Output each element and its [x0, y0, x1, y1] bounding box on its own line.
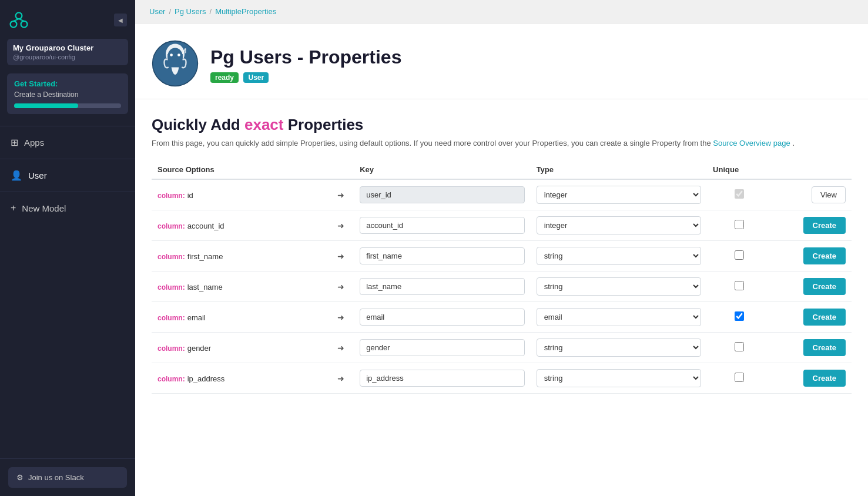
create-button[interactable]: Create [803, 247, 846, 264]
key-cell[interactable] [354, 363, 530, 394]
unique-cell[interactable] [707, 333, 771, 363]
table-header-row: Source Options Key Type Unique [152, 160, 852, 179]
type-cell[interactable]: integerstringemailfloatbooleandateurlpho… [531, 363, 707, 394]
unique-checkbox[interactable] [735, 220, 744, 229]
arrow-cell: ➜ [328, 363, 354, 394]
create-button[interactable]: Create [803, 278, 846, 295]
breadcrumb-pg-users[interactable]: Pg Users [175, 7, 206, 16]
col-label: column: [157, 375, 185, 383]
action-cell[interactable]: Create [771, 241, 852, 272]
arrow-icon: ➜ [337, 313, 344, 322]
page-header: Pg Users - Properties ready User [135, 24, 868, 99]
col-label: column: [157, 192, 185, 200]
type-cell[interactable]: integerstringemailfloatbooleandateurlpho… [531, 333, 707, 363]
create-button[interactable]: Create [803, 370, 846, 387]
action-cell[interactable]: Create [771, 210, 852, 241]
create-button[interactable]: Create [803, 339, 846, 356]
unique-checkbox[interactable] [735, 373, 744, 382]
svg-point-10 [177, 53, 180, 56]
col-label: column: [157, 314, 185, 322]
action-cell[interactable]: View [771, 179, 852, 210]
collapse-button[interactable]: ◀ [114, 14, 127, 26]
key-cell[interactable] [354, 302, 530, 333]
key-cell[interactable] [354, 210, 530, 241]
key-input[interactable] [360, 309, 524, 326]
key-input[interactable] [360, 217, 524, 234]
unique-cell[interactable] [707, 241, 771, 272]
key-cell[interactable] [354, 272, 530, 302]
type-select[interactable]: integerstringemailfloatbooleandateurlpho… [537, 369, 701, 387]
key-cell[interactable] [354, 333, 530, 363]
col-source-options: Source Options [152, 160, 328, 179]
col-label: column: [157, 344, 185, 353]
table-row: column:account_id➜integerstringemailfloa… [152, 210, 852, 241]
unique-cell[interactable] [707, 179, 771, 210]
type-select[interactable]: integerstringemailfloatbooleandateurlpho… [537, 277, 701, 296]
sidebar-item-apps[interactable]: ⊞ Apps [0, 130, 135, 155]
sidebar: ◀ My Grouparoo Cluster @grouparoo/ui-con… [0, 0, 135, 496]
unique-cell[interactable] [707, 210, 771, 241]
table-row: column:email➜integerstringemailfloatbool… [152, 302, 852, 333]
breadcrumb-user[interactable]: User [149, 7, 165, 16]
key-input[interactable] [360, 370, 524, 387]
sidebar-item-user[interactable]: 👤 User [0, 163, 135, 188]
type-cell[interactable]: integerstringemailfloatbooleandateurlpho… [531, 210, 707, 241]
key-input[interactable] [360, 186, 524, 203]
unique-cell[interactable] [707, 302, 771, 333]
arrow-cell: ➜ [328, 333, 354, 363]
section-title: Quickly Add exact Properties [152, 116, 852, 134]
slack-icon: ⚙ [16, 473, 24, 482]
create-button[interactable]: Create [803, 217, 846, 234]
unique-checkbox[interactable] [735, 342, 744, 351]
action-cell[interactable]: Create [771, 272, 852, 302]
unique-checkbox[interactable] [735, 250, 744, 260]
slack-button[interactable]: ⚙ Join us on Slack [8, 467, 127, 488]
content-area: Quickly Add exact Properties From this p… [135, 99, 868, 496]
get-started-box: Get Started: Create a Destination [7, 73, 128, 114]
type-select[interactable]: integerstringemailfloatbooleandateurlpho… [537, 247, 701, 265]
section-title-suffix: Properties [283, 116, 363, 133]
create-button[interactable]: Create [803, 309, 846, 326]
source-overview-link[interactable]: Source Overview page [713, 139, 790, 148]
type-select[interactable]: integerstringemailfloatbooleandateurlpho… [537, 308, 701, 326]
action-cell[interactable]: Create [771, 302, 852, 333]
unique-checkbox[interactable] [735, 189, 744, 199]
unique-checkbox[interactable] [735, 311, 744, 321]
breadcrumb-multiple-properties[interactable]: MultipleProperties [215, 7, 276, 16]
section-desc-text: From this page, you can quickly add simp… [152, 139, 713, 148]
sidebar-footer: ⚙ Join us on Slack [0, 458, 135, 496]
unique-checkbox[interactable] [735, 281, 744, 290]
source-options-cell: column:last_name [152, 272, 328, 302]
action-cell[interactable]: Create [771, 363, 852, 394]
arrow-cell: ➜ [328, 179, 354, 210]
type-select[interactable]: integerstringemailfloatbooleandateurlpho… [537, 339, 701, 357]
key-input[interactable] [360, 339, 524, 356]
source-options-cell: column:email [152, 302, 328, 333]
view-button[interactable]: View [812, 186, 846, 203]
key-cell[interactable] [354, 179, 530, 210]
key-input[interactable] [360, 278, 524, 295]
type-select[interactable]: integerstringemailfloatbooleandateurlpho… [537, 186, 701, 204]
svg-line-4 [19, 19, 24, 21]
type-cell[interactable]: integerstringemailfloatbooleandateurlpho… [531, 241, 707, 272]
col-value: email [187, 313, 206, 322]
unique-cell[interactable] [707, 272, 771, 302]
source-options-cell: column:account_id [152, 210, 328, 241]
table-row: column:ip_address➜integerstringemailfloa… [152, 363, 852, 394]
type-cell[interactable]: integerstringemailfloatbooleandateurlpho… [531, 179, 707, 210]
svg-point-1 [11, 21, 17, 28]
key-input[interactable] [360, 247, 524, 264]
arrow-icon: ➜ [337, 282, 344, 291]
breadcrumb-sep-2: / [210, 7, 212, 16]
unique-cell[interactable] [707, 363, 771, 394]
arrow-icon: ➜ [337, 343, 344, 353]
action-cell[interactable]: Create [771, 333, 852, 363]
sidebar-item-new-model[interactable]: + New Model [0, 196, 135, 220]
col-arrow [328, 160, 354, 179]
cluster-box: My Grouparoo Cluster @grouparoo/ui-confi… [7, 39, 128, 65]
type-cell[interactable]: integerstringemailfloatbooleandateurlpho… [531, 272, 707, 302]
type-select[interactable]: integerstringemailfloatbooleandateurlpho… [537, 216, 701, 234]
type-cell[interactable]: integerstringemailfloatbooleandateurlpho… [531, 302, 707, 333]
main-content: User / Pg Users / MultipleProperties Pg [135, 0, 868, 496]
key-cell[interactable] [354, 241, 530, 272]
